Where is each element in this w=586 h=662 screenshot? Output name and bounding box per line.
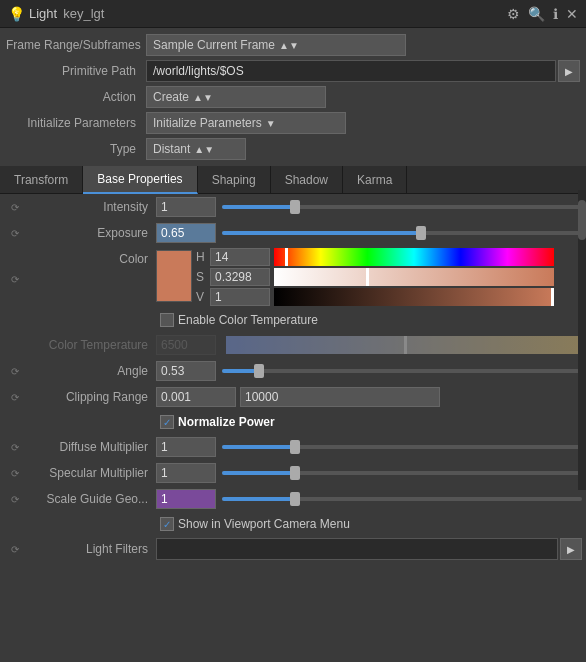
tabs-bar: Transform Base Properties Shaping Shadow…	[0, 166, 586, 194]
type-label: Type	[6, 142, 146, 156]
diffuse-icon: ⟳	[4, 442, 26, 453]
light-filters-arrow-icon[interactable]: ▶	[560, 538, 582, 560]
intensity-row: ⟳ Intensity	[0, 194, 586, 220]
scroll-track[interactable]	[578, 190, 586, 490]
scale-guide-icon: ⟳	[4, 494, 26, 505]
type-arrow-icon: ▲▼	[194, 144, 214, 155]
diffuse-label: Diffuse Multiplier	[26, 440, 156, 454]
tab-shadow[interactable]: Shadow	[271, 166, 343, 194]
tab-karma[interactable]: Karma	[343, 166, 407, 194]
search-icon[interactable]: 🔍	[528, 6, 545, 22]
action-value: Create	[153, 90, 189, 104]
close-icon[interactable]: ✕	[566, 6, 578, 22]
clipping-range-label: Clipping Range	[26, 390, 156, 404]
color-icon: ⟳	[4, 248, 26, 306]
light-filters-input[interactable]	[156, 538, 558, 560]
init-params-row: Initialize Parameters Initialize Paramet…	[0, 110, 586, 136]
exposure-input[interactable]	[156, 223, 216, 243]
title-bar: 💡 Light key_lgt ⚙ 🔍 ℹ ✕	[0, 0, 586, 28]
color-temp-slider	[222, 335, 582, 355]
saturation-input[interactable]	[210, 268, 270, 286]
show-viewport-row: ✓ Show in Viewport Camera Menu	[0, 512, 586, 536]
light-icon: 💡	[8, 6, 25, 22]
hue-label: H	[196, 250, 210, 264]
primitive-path-arrow-icon[interactable]: ▶	[558, 60, 580, 82]
frame-range-arrow-icon: ▲▼	[279, 40, 299, 51]
intensity-slider[interactable]	[222, 197, 582, 217]
action-label: Action	[6, 90, 146, 104]
clipping-icon: ⟳	[4, 392, 26, 403]
clip-max-input[interactable]	[240, 387, 440, 407]
angle-slider[interactable]	[222, 361, 582, 381]
color-group: ⟳ Color H S	[0, 246, 586, 308]
specular-icon: ⟳	[4, 468, 26, 479]
specular-slider[interactable]	[222, 463, 582, 483]
diffuse-input[interactable]	[156, 437, 216, 457]
specular-label: Specular Multiplier	[26, 466, 156, 480]
enable-color-temp-label: Enable Color Temperature	[178, 313, 318, 327]
normalize-power-label: Normalize Power	[178, 415, 275, 429]
intensity-label: Intensity	[26, 200, 156, 214]
clipping-range-row: ⟳ Clipping Range	[0, 384, 586, 410]
tab-base-properties[interactable]: Base Properties	[83, 166, 197, 194]
show-viewport-checkbox[interactable]: ✓	[160, 517, 174, 531]
specular-input[interactable]	[156, 463, 216, 483]
enable-color-temp-checkbox[interactable]	[160, 313, 174, 327]
settings-icon[interactable]: ⚙	[507, 6, 520, 22]
scale-guide-slider[interactable]	[222, 489, 582, 509]
tab-shaping[interactable]: Shaping	[198, 166, 271, 194]
normalize-power-checkbox[interactable]: ✓	[160, 415, 174, 429]
specular-row: ⟳ Specular Multiplier	[0, 460, 586, 486]
color-temp-label: Color Temperature	[26, 338, 156, 352]
clip-min-input[interactable]	[156, 387, 236, 407]
normalize-power-row: ✓ Normalize Power	[0, 410, 586, 434]
primitive-path-input[interactable]	[146, 60, 556, 82]
value-input[interactable]	[210, 288, 270, 306]
init-params-dropdown[interactable]: Initialize Parameters ▼	[146, 112, 346, 134]
light-filters-label: Light Filters	[26, 542, 156, 556]
init-params-value: Initialize Parameters	[153, 116, 262, 130]
tab-transform[interactable]: Transform	[0, 166, 83, 194]
exposure-slider[interactable]	[222, 223, 582, 243]
color-temp-row: Color Temperature	[0, 332, 586, 358]
frame-range-row: Frame Range/Subframes Sample Current Fra…	[0, 32, 586, 58]
color-swatch[interactable]	[156, 250, 192, 302]
angle-row: ⟳ Angle	[0, 358, 586, 384]
init-params-label: Initialize Parameters	[6, 116, 146, 130]
light-filters-icon: ⟳	[4, 544, 26, 555]
frame-range-value: Sample Current Frame	[153, 38, 275, 52]
primitive-path-label: Primitive Path	[6, 64, 146, 78]
clipping-inputs	[156, 387, 440, 407]
angle-label: Angle	[26, 364, 156, 378]
diffuse-slider[interactable]	[222, 437, 582, 457]
action-arrow-icon: ▲▼	[193, 92, 213, 103]
scale-guide-row: ⟳ Scale Guide Geo...	[0, 486, 586, 512]
exposure-label: Exposure	[26, 226, 156, 240]
init-params-arrow-icon: ▼	[266, 118, 276, 129]
value-row: V	[196, 288, 554, 306]
angle-icon: ⟳	[4, 366, 26, 377]
color-label: Color	[26, 248, 156, 306]
hue-row: H	[196, 248, 554, 266]
frame-range-dropdown[interactable]: Sample Current Frame ▲▼	[146, 34, 406, 56]
angle-input[interactable]	[156, 361, 216, 381]
type-row: Type Distant ▲▼	[0, 136, 586, 162]
type-dropdown[interactable]: Distant ▲▼	[146, 138, 246, 160]
scale-guide-input[interactable]	[156, 489, 216, 509]
saturation-row: S	[196, 268, 554, 286]
node-name: key_lgt	[63, 6, 507, 21]
saturation-slider[interactable]	[274, 268, 554, 286]
info-icon[interactable]: ℹ	[553, 6, 558, 22]
value-slider[interactable]	[274, 288, 554, 306]
exposure-row: ⟳ Exposure	[0, 220, 586, 246]
scroll-thumb[interactable]	[578, 200, 586, 240]
hue-input[interactable]	[210, 248, 270, 266]
color-temp-input	[156, 335, 216, 355]
type-value: Distant	[153, 142, 190, 156]
title-text: Light	[29, 6, 57, 21]
action-dropdown[interactable]: Create ▲▼	[146, 86, 326, 108]
hue-slider[interactable]	[274, 248, 554, 266]
intensity-input[interactable]	[156, 197, 216, 217]
value-label: V	[196, 290, 210, 304]
frame-range-label: Frame Range/Subframes	[6, 38, 146, 52]
